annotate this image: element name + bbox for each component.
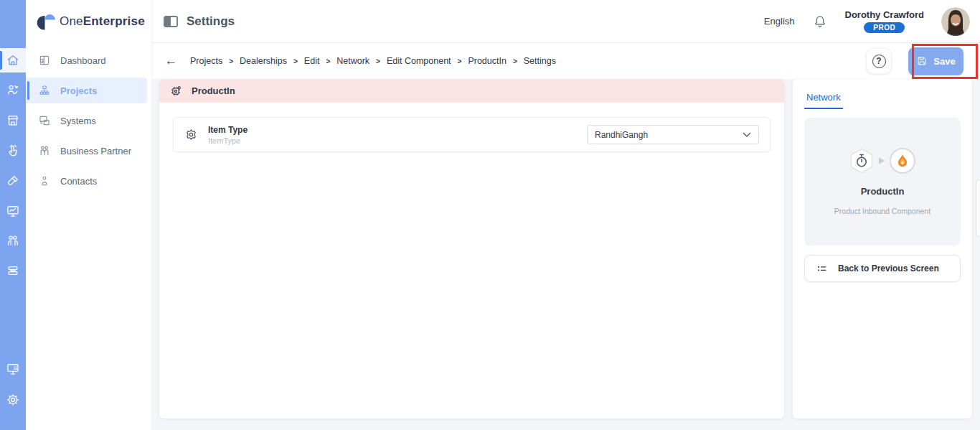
business-partner-icon	[38, 144, 51, 157]
partners-icon	[6, 233, 20, 248]
chip-icon	[169, 85, 182, 98]
breadcrumb-separator: >	[458, 57, 462, 65]
help-button[interactable]: ?	[866, 48, 892, 74]
rail-user-sync-icon[interactable]	[0, 78, 26, 102]
breadcrumb-separator: >	[376, 57, 380, 65]
notifications-bell-icon[interactable]	[812, 14, 828, 29]
settings-card: ProductIn Item Type ItemType RandhiGangh	[159, 79, 784, 419]
breadcrumb-item[interactable]: Network	[336, 56, 369, 66]
sidebar-item-dashboard[interactable]: Dashboard	[26, 47, 147, 73]
rail-touch-icon[interactable]	[0, 139, 26, 163]
rail-monitor-apps-icon[interactable]	[0, 357, 26, 381]
panel-toggle-icon[interactable]	[164, 15, 178, 28]
flame-icon	[894, 152, 911, 169]
breadcrumb-item[interactable]: Edit Component	[387, 56, 451, 66]
breadcrumb-item[interactable]: ProductIn	[468, 56, 507, 66]
back-button-label: Back to Previous Screen	[838, 263, 939, 274]
field-label: Item Type	[208, 125, 248, 135]
rail-settings-icon[interactable]	[0, 388, 26, 412]
component-name: ProductIn	[861, 186, 905, 197]
language-selector[interactable]: English	[764, 16, 795, 27]
save-button-label: Save	[933, 56, 955, 67]
monitor-apps-icon	[6, 362, 20, 376]
rail-monitor-chart-icon[interactable]	[0, 199, 26, 223]
scrollbar-thumb[interactable]	[976, 179, 980, 237]
home-icon	[6, 53, 20, 67]
user-menu[interactable]: Dorothy Crawford PROD	[845, 9, 925, 33]
sidebar: OneEnterprise Dashboard Projects Systems…	[26, 0, 152, 430]
network-preview-box: ProductIn Product Inbound Component	[804, 118, 961, 246]
field-gear-icon	[184, 128, 198, 141]
question-icon: ?	[872, 55, 886, 68]
breadcrumb-separator: >	[513, 57, 517, 65]
brand-logo[interactable]: OneEnterprise	[26, 0, 151, 43]
sidebar-item-contacts[interactable]: Contacts	[26, 168, 147, 194]
user-sync-icon	[6, 83, 20, 97]
component-logo-badge	[890, 148, 915, 174]
rail-stack-icon[interactable]	[0, 258, 26, 283]
systems-icon	[38, 114, 51, 127]
toolbar: ← Projects > Dealerships > Edit > Networ…	[152, 43, 980, 79]
sidebar-item-projects[interactable]: Projects	[26, 78, 147, 103]
flow-arrow-icon	[879, 157, 885, 164]
back-arrow-icon[interactable]: ←	[165, 54, 177, 68]
breadcrumb-item[interactable]: Settings	[524, 56, 556, 66]
sidebar-item-label: Projects	[60, 85, 97, 96]
gear-icon	[6, 393, 20, 407]
app-window: OneEnterprise Dashboard Projects Systems…	[0, 0, 980, 430]
sidebar-item-label: Business Partner	[60, 146, 131, 156]
rail-store-icon[interactable]	[0, 108, 26, 133]
field-technical-name: ItemType	[208, 136, 248, 145]
user-avatar[interactable]	[941, 7, 970, 36]
touch-icon	[6, 144, 20, 158]
back-to-previous-screen-button[interactable]: Back to Previous Screen	[804, 255, 961, 282]
section-title: ProductIn	[192, 85, 235, 96]
sidebar-item-business-partner[interactable]: Business Partner	[26, 138, 147, 164]
tab-network[interactable]: Network	[804, 90, 843, 109]
sidebar-item-label: Dashboard	[60, 55, 106, 66]
breadcrumb-separator: >	[326, 57, 330, 65]
sidebar-item-label: Systems	[60, 116, 96, 126]
dashboard-icon	[38, 54, 51, 67]
timer-hexagon-badge	[849, 148, 874, 174]
sidebar-item-label: Contacts	[60, 176, 97, 187]
breadcrumb: Projects > Dealerships > Edit > Network …	[190, 56, 556, 66]
user-name: Dorothy Crawford	[845, 9, 925, 20]
rail-home-icon[interactable]	[0, 48, 26, 73]
monitor-chart-icon	[6, 204, 20, 218]
environment-badge: PROD	[864, 22, 905, 33]
stack-icon	[6, 263, 20, 278]
component-description: Product Inbound Component	[834, 207, 930, 215]
breadcrumb-item[interactable]: Edit	[304, 56, 320, 66]
workspace: ProductIn Item Type ItemType RandhiGangh	[152, 79, 980, 430]
sidebar-item-systems[interactable]: Systems	[26, 108, 147, 134]
page-title: Settings	[187, 14, 235, 29]
save-floppy-icon	[916, 55, 928, 67]
item-type-field-row: Item Type ItemType RandhiGangh	[173, 117, 771, 152]
breadcrumb-separator: >	[293, 57, 298, 65]
item-type-selected-value: RandhiGangh	[595, 130, 648, 140]
chevron-down-icon	[743, 132, 751, 138]
brush-icon	[6, 174, 20, 188]
content-area: Settings English Dorothy Crawford PROD	[152, 0, 980, 430]
brand-logo-mark	[35, 11, 57, 32]
breadcrumb-item[interactable]: Projects	[190, 56, 222, 66]
breadcrumb-item[interactable]: Dealerships	[240, 56, 287, 66]
contacts-icon	[38, 174, 51, 187]
top-header: Settings English Dorothy Crawford PROD	[152, 0, 980, 43]
save-button[interactable]: Save	[908, 47, 963, 75]
store-icon	[6, 113, 20, 128]
icon-rail	[0, 0, 26, 430]
network-panel: Network	[793, 79, 972, 419]
list-icon	[816, 263, 828, 275]
rail-partners-icon[interactable]	[0, 228, 26, 253]
component-section-header: ProductIn	[159, 79, 784, 103]
brand-name: OneEnterprise	[60, 14, 145, 29]
breadcrumb-separator: >	[229, 57, 233, 65]
rail-brush-icon[interactable]	[0, 169, 26, 193]
org-chart-icon	[38, 84, 51, 97]
avatar-image	[941, 7, 970, 36]
item-type-select[interactable]: RandhiGangh	[587, 125, 759, 144]
